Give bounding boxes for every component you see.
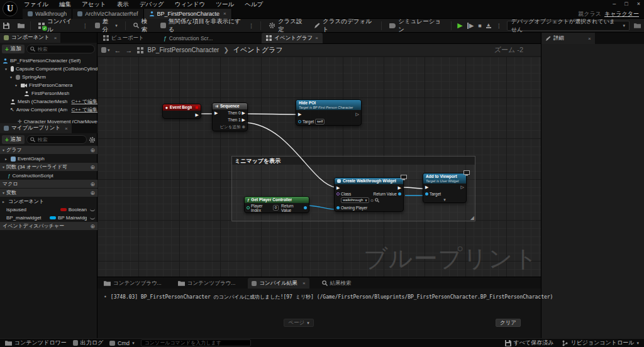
tree-row-capsule[interactable]: ▾ Capsule Component (CollisionCylinder) <box>0 65 97 73</box>
tab-content-browser-1[interactable]: コンテンツブラウ... <box>100 278 165 289</box>
nav-forward-button[interactable]: → <box>126 47 133 54</box>
expander-icon[interactable]: ▾ <box>15 83 19 87</box>
components-search-input[interactable] <box>38 47 91 52</box>
hide-unrelated-options-button[interactable]: ⋮ <box>248 23 255 29</box>
class-dropdown[interactable]: walkthrough ▾ <box>341 197 369 203</box>
close-icon[interactable]: × <box>303 280 306 286</box>
then1-pin[interactable]: ▶ <box>242 118 245 122</box>
tree-row-arrow[interactable]: ↖ Arrow Component (Arrow) C++ で編集 <box>0 106 97 114</box>
tree-row-self[interactable]: BP_FirstPersonCharacter (Self) <box>0 57 97 65</box>
advanced-chevron-icon[interactable]: ▾ <box>443 197 446 202</box>
tab-find-results[interactable]: 結果検索 <box>318 278 355 289</box>
browse-asset-button[interactable] <box>18 23 25 28</box>
target-pin[interactable] <box>298 120 301 123</box>
close-icon[interactable]: × <box>223 11 226 16</box>
output-log-button[interactable]: 出力ログ <box>73 339 103 347</box>
target-pin[interactable] <box>425 192 428 196</box>
node-create-walkthrough-widget[interactable]: Create Walkthrough Widget ▶ ▶ Class Retu… <box>334 177 404 212</box>
expander-icon[interactable]: ▾ <box>5 67 9 71</box>
add-variable-button[interactable]: ⊕ <box>90 190 95 196</box>
eject-button[interactable]: ▲ <box>486 23 491 28</box>
exec-out-pin[interactable]: ▷ <box>461 185 464 189</box>
settings-gear-icon[interactable] <box>89 136 96 143</box>
stop-button[interactable]: ■ <box>478 23 481 29</box>
node-event-beginplay[interactable]: ◆ Event BeginPlay ▶ <box>162 104 201 119</box>
tab-event-graph[interactable]: イベントグラフ × <box>262 33 323 43</box>
bookmarks-button[interactable]: ▾ <box>101 47 110 53</box>
breadcrumb-current[interactable]: イベントグラフ <box>233 45 283 55</box>
menu-view[interactable]: 表示 <box>117 1 129 9</box>
tree-row-firstpersonmesh[interactable]: FirstPersonMesh <box>0 89 97 97</box>
menu-edit[interactable]: 編集 <box>59 1 71 9</box>
tree-row-camera[interactable]: ▾ FirstPersonCamera <box>0 81 97 89</box>
exec-out-pin[interactable]: ▶ <box>196 113 199 117</box>
expander-icon[interactable]: ▸ <box>5 157 9 161</box>
compile-result-message[interactable]: • [3748.03] BP_FirstPersonCharacter のコンパ… <box>104 294 553 300</box>
exec-in-pin[interactable]: ▶ <box>298 112 301 116</box>
exec-in-pin[interactable]: ▶ <box>336 185 340 190</box>
menu-debug[interactable]: デバッグ <box>140 1 164 9</box>
maximize-icon[interactable]: □ <box>625 1 628 7</box>
close-icon[interactable]: × <box>315 35 318 41</box>
visibility-icon[interactable] <box>90 209 95 211</box>
tab-compile-results[interactable]: コンパイル結果 × <box>248 278 309 289</box>
hide-unrelated-button[interactable]: 無関係な項目を非表示にする <box>158 19 243 33</box>
graphs-section-header[interactable]: ▾ グラフ ⊕ <box>0 146 97 154</box>
player-index-value[interactable]: 0 <box>273 205 279 211</box>
play-button[interactable]: ▶ <box>457 21 462 30</box>
add-macro-button[interactable]: ⊕ <box>90 181 95 187</box>
menu-help[interactable]: ヘルプ <box>245 1 263 9</box>
find-button[interactable]: 検索 <box>131 19 154 33</box>
compile-button[interactable]: ✓ コンパイル <box>36 19 77 33</box>
close-icon[interactable]: × <box>65 126 68 131</box>
variables-section-header[interactable]: ▾ 変数 ⊕ <box>0 189 97 197</box>
clear-button[interactable]: クリア <box>496 319 521 327</box>
variable-row-bp-mainwidget[interactable]: BP_mainwidget BP Mainwidget <box>0 214 97 222</box>
exec-in-pin[interactable]: ▶ <box>425 185 428 189</box>
cpp-edit-link[interactable]: C++ で編集 <box>71 106 97 113</box>
constructionscript-row[interactable]: ƒ ConstructionScript <box>0 172 97 180</box>
node-add-to-viewport[interactable]: Add to Viewport Target is User Widget ▶ … <box>423 173 467 203</box>
components-group-row[interactable]: ▸ コンポーネント <box>0 197 97 206</box>
tree-row-springarm[interactable]: ▾ SpringArm <box>0 73 97 81</box>
debug-object-dropdown[interactable]: デバッグオブジェクトが選択されていません ▾ <box>507 21 630 31</box>
browse-icon[interactable] <box>375 198 379 202</box>
content-drawer-button[interactable]: コンテンツドロワー <box>5 339 67 347</box>
nav-back-button[interactable]: ← <box>114 47 121 54</box>
save-status-button[interactable]: すべて保存済み <box>505 339 554 347</box>
compile-options-button[interactable]: ⋮ <box>82 23 89 29</box>
tree-row-mesh[interactable]: Mesh (CharacterMesh0) C++ で編集 <box>0 97 97 106</box>
node-sequence[interactable]: ⇉ Sequence ▶ Then 0 ▶ Then 1 ▶ ピンを追加 ⊕ <box>212 102 248 131</box>
add-pin-icon[interactable]: ⊕ <box>242 124 245 129</box>
simulation-button[interactable]: シミュレーション <box>387 19 445 33</box>
return-value-pin[interactable] <box>304 206 307 209</box>
diff-button[interactable]: 差分 ▾ <box>93 19 119 33</box>
menu-asset[interactable]: アセット <box>82 1 106 9</box>
myblueprint-search-input[interactable] <box>38 137 83 143</box>
tab-my-blueprint[interactable]: マイブループリント × <box>0 123 72 133</box>
menu-tools[interactable]: ツール <box>216 1 234 9</box>
owning-player-pin[interactable] <box>336 206 340 209</box>
variable-row-ispaused[interactable]: ispaused Boolean <box>0 206 97 214</box>
player-index-pin[interactable] <box>247 206 250 209</box>
eventgraph-row[interactable]: ▸ EventGraph <box>0 155 97 163</box>
play-options-button[interactable]: ⋮ <box>496 23 502 29</box>
class-settings-button[interactable]: クラス設定 <box>267 19 308 33</box>
node-hide-poi[interactable]: Hide POI Target is BP First Person Chara… <box>296 99 362 126</box>
exec-in-pin[interactable]: ▶ <box>214 111 218 115</box>
close-icon[interactable]: × <box>54 35 57 41</box>
cmd-dropdown[interactable]: Cmd ▾ <box>109 339 135 347</box>
close-icon[interactable]: × <box>588 36 591 41</box>
dispatchers-section-header[interactable]: イベントディスパッチャー ⊕ <box>0 222 97 230</box>
frame-skip-button[interactable]: ▶ <box>467 23 474 29</box>
debug-browse-button[interactable] <box>634 23 641 28</box>
close-icon[interactable]: × <box>637 1 640 7</box>
functions-section-header[interactable]: ▾ 関数 (34 オーバーライド可 ⊕ <box>0 163 97 171</box>
revision-control-dropdown[interactable]: リビジョンコントロール ▾ <box>562 339 639 347</box>
return-value-pin[interactable] <box>398 192 401 196</box>
minimize-icon[interactable]: – <box>613 1 616 7</box>
save-button[interactable] <box>3 23 9 29</box>
add-blueprint-item-button[interactable]: + 追加 <box>2 135 25 144</box>
menu-file[interactable]: ファイル <box>24 1 48 9</box>
visibility-icon[interactable] <box>90 217 95 219</box>
